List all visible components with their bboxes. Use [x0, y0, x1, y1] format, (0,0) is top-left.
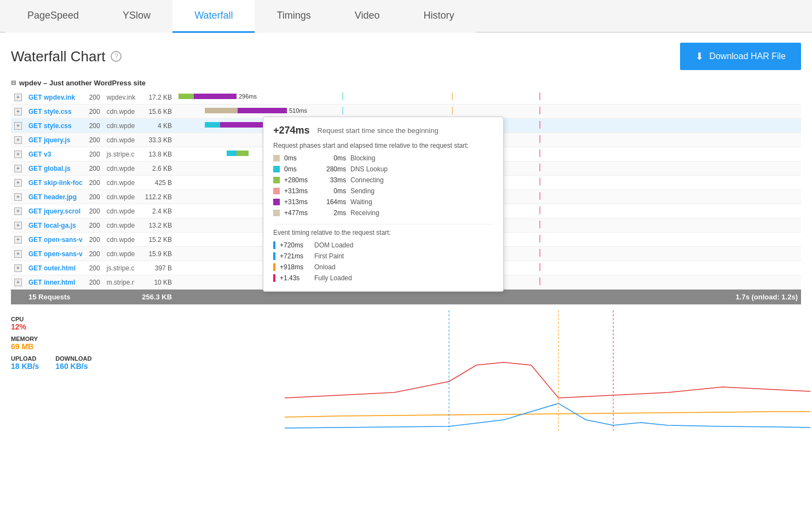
request-name[interactable]: GET local-ga.js — [25, 218, 86, 233]
site-header-row: ⊟ wpdev – Just another WordPress site — [11, 76, 801, 90]
expand-btn[interactable]: + — [14, 108, 22, 115]
request-status: 200 — [86, 261, 103, 275]
phase-elapsed: 2ms — [319, 209, 346, 217]
main-content: ⊟ wpdev – Just another WordPress site +G… — [0, 76, 812, 431]
event-time: +721ms — [280, 252, 310, 260]
memory-label: MEMORY — [11, 336, 285, 342]
event-color — [273, 274, 275, 282]
collapse-icon[interactable]: ⊟ — [11, 79, 16, 86]
request-name[interactable]: GET open-sans-v — [25, 247, 86, 261]
metrics-panel: CPU 12% MEMORY 69 MB UPLOAD 18 KB/s DOWN… — [11, 310, 285, 376]
request-size: 112.2 KB — [139, 190, 175, 204]
request-name[interactable]: GET jquery.scrol — [25, 204, 86, 218]
svg-rect-12 — [238, 108, 287, 113]
phase-color — [273, 199, 280, 205]
tab-timings[interactable]: Timings — [255, 0, 332, 33]
phase-color — [273, 188, 280, 194]
request-size: 10 KB — [139, 275, 175, 290]
expand-btn[interactable]: + — [14, 151, 22, 158]
request-name[interactable]: GET header.jpg — [25, 190, 86, 204]
phase-elapsed: 0ms — [319, 187, 346, 195]
request-name[interactable]: GET skip-link-foc — [25, 176, 86, 190]
network-metric: UPLOAD 18 KB/s DOWNLOAD 160 KB/s — [11, 355, 285, 371]
expand-btn[interactable]: + — [14, 207, 22, 215]
request-domain: wpdev.ink — [103, 90, 139, 105]
footer-domain — [103, 290, 139, 305]
request-name[interactable]: GET global.js — [25, 161, 86, 176]
svg-rect-4 — [178, 94, 194, 99]
tab-pagespeed[interactable]: PageSpeed — [5, 0, 101, 33]
phase-name: Blocking — [350, 154, 375, 162]
request-name[interactable]: GET open-sans-v — [25, 233, 86, 247]
cpu-metric: CPU 12% — [11, 316, 285, 331]
request-domain: cdn.wpde — [103, 133, 139, 147]
expand-btn[interactable]: + — [14, 236, 22, 244]
tab-waterfall[interactable]: Waterfall — [172, 0, 255, 33]
page-title-group: Waterfall Chart ? — [11, 48, 122, 65]
total-time-value: 1.7s (onload: 1.2s) — [736, 293, 798, 301]
download-har-button[interactable]: ⬇ Download HAR File — [680, 43, 801, 70]
total-size: 256.3 KB — [139, 290, 175, 305]
svg-rect-30 — [237, 151, 249, 156]
help-icon[interactable]: ? — [111, 51, 122, 62]
tooltip-time-desc: Request start time since the beginning — [318, 126, 439, 135]
expand-btn[interactable]: + — [14, 193, 22, 201]
tooltip-divider — [273, 224, 493, 224]
request-size: 15.6 KB — [139, 105, 175, 119]
phase-start: 0ms — [284, 154, 314, 162]
expand-btn[interactable]: + — [14, 165, 22, 172]
memory-metric: MEMORY 69 MB — [11, 336, 285, 351]
tab-yslow[interactable]: YSlow — [101, 0, 172, 33]
tab-history[interactable]: History — [402, 0, 476, 33]
expand-btn[interactable]: + — [14, 136, 22, 144]
request-status: 200 — [86, 105, 103, 119]
expand-btn[interactable]: + — [14, 179, 22, 187]
phase-elapsed: 164ms — [319, 198, 346, 206]
total-requests: 15 Requests — [25, 290, 86, 305]
tooltip-time-big: +274ms — [273, 125, 310, 136]
request-name[interactable]: GET outer.html — [25, 261, 86, 275]
download-value: 160 KB/s — [55, 362, 91, 371]
svg-rect-5 — [194, 94, 237, 99]
event-color — [273, 263, 275, 271]
event-name: Fully Loaded — [314, 274, 352, 282]
tooltip-phase-row: +313ms 164ms Waiting — [273, 197, 493, 207]
request-name[interactable]: GET inner.html — [25, 275, 86, 290]
expand-btn[interactable]: + — [14, 122, 22, 130]
request-name[interactable]: GET v3 — [25, 147, 86, 161]
request-domain: cdn.wpde — [103, 204, 139, 218]
expand-btn[interactable]: + — [14, 250, 22, 258]
request-status: 200 — [86, 275, 103, 290]
request-size: 17.2 KB — [139, 90, 175, 105]
request-name[interactable]: GET style.css — [25, 105, 86, 119]
request-status: 200 — [86, 190, 103, 204]
phase-start: +280ms — [284, 176, 314, 184]
event-name: First Paint — [314, 252, 344, 260]
request-domain: cdn.wpde — [103, 247, 139, 261]
request-status: 200 — [86, 204, 103, 218]
tooltip-event-row: +721ms First Paint — [273, 251, 493, 262]
footer-status — [86, 290, 103, 305]
request-status: 200 — [86, 147, 103, 161]
expand-btn[interactable]: + — [14, 279, 22, 286]
download-label: DOWNLOAD — [55, 355, 91, 362]
request-size: 15.9 KB — [139, 247, 175, 261]
request-domain: js.stripe.c — [103, 147, 139, 161]
request-domain: m.stripe.r — [103, 275, 139, 290]
chart-right — [285, 310, 810, 431]
upload-label: UPLOAD — [11, 355, 39, 362]
tooltip-phase-row: +280ms 33ms Connecting — [273, 175, 493, 186]
tab-video[interactable]: Video — [333, 0, 402, 33]
phase-start: +477ms — [284, 209, 314, 217]
memory-value: 69 MB — [11, 342, 285, 351]
expand-btn[interactable]: + — [14, 264, 22, 272]
request-name[interactable]: GET jquery.js — [25, 133, 86, 147]
request-name[interactable]: GET style.css — [25, 119, 86, 133]
expand-btn[interactable]: + — [14, 94, 22, 101]
request-size: 13.2 KB — [139, 218, 175, 233]
site-label: wpdev – Just another WordPress site — [19, 79, 146, 87]
svg-rect-29 — [227, 151, 237, 156]
request-name[interactable]: GET wpdev.ink — [25, 90, 86, 105]
tooltip-event-row: +720ms DOM Loaded — [273, 240, 493, 251]
expand-btn[interactable]: + — [14, 222, 22, 229]
